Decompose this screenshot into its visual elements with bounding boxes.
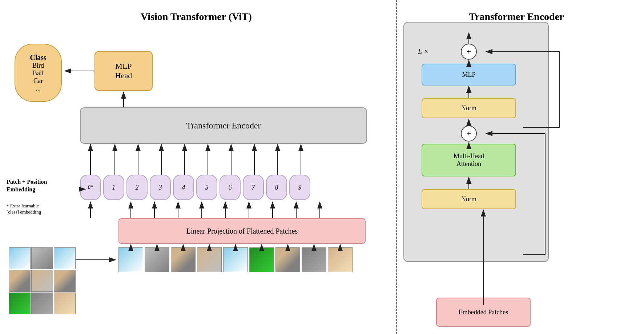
flat-patch-9: [328, 247, 353, 272]
class-item-dots: ...: [36, 85, 41, 92]
flat-patch-2: [145, 247, 169, 272]
patch-cell-2: [31, 247, 53, 269]
class-output-box: Class Bird Ball Car ...: [15, 44, 62, 102]
patch-pos-embedding-label: Patch + PositionEmbedding: [7, 178, 79, 194]
plus2-symbol: +: [467, 129, 471, 138]
class-item-ball: Ball: [33, 69, 44, 77]
linear-projection-box: Linear Projection of Flattened Patches: [118, 218, 366, 244]
flattened-patches-row: [118, 247, 353, 272]
patch-cell-7: [9, 293, 31, 314]
encoder-norm1-label: Norm: [461, 195, 476, 203]
embedded-patches-box: Embedded Patches: [436, 298, 531, 327]
flat-patch-7: [275, 247, 300, 272]
extra-learnable-label: * Extra learnable[class] embedding: [7, 203, 79, 215]
mlp-head-box: MLPHead: [94, 51, 153, 91]
encoder-mha-label: Multi-HeadAttention: [454, 152, 484, 168]
encoder-norm2-block: Norm: [422, 98, 516, 118]
encoder-mha-block: Multi-HeadAttention: [422, 144, 516, 176]
token-8: 8: [266, 175, 287, 200]
flat-patch-1: [118, 247, 143, 272]
token-9: 9: [289, 175, 310, 200]
token-5: 5: [196, 175, 217, 200]
vit-title: Vision Transformer (ViT): [7, 11, 385, 23]
plus1-symbol: +: [467, 47, 471, 56]
patch-cell-8: [31, 293, 53, 314]
token-1: 1: [103, 175, 124, 200]
patch-pos-text: Patch + PositionEmbedding: [7, 179, 47, 192]
patch-cell-4: [9, 270, 31, 292]
flat-patch-6: [249, 247, 274, 272]
encoder-mlp-block: MLP: [422, 64, 516, 86]
encoder-title: Transformer Encoder: [400, 11, 633, 23]
main-container: Vision Transformer (ViT) Class Bird Ball…: [0, 0, 644, 334]
encoder-plus-circle-1: +: [461, 44, 477, 60]
patch-cell-6: [54, 270, 76, 292]
token-0: 0*: [80, 175, 101, 200]
token-3: 3: [150, 175, 171, 200]
patch-cell-3: [54, 247, 76, 269]
token-4: 4: [173, 175, 194, 200]
right-panel: Transformer Encoder L × Norm Multi-HeadA…: [393, 0, 640, 334]
patch-cell-9: [54, 293, 76, 314]
patch-cell-1: [9, 247, 31, 269]
encoder-outer-box: L ×: [403, 22, 549, 262]
encoder-norm1-block: Norm: [422, 189, 516, 209]
encoder-l-label: L ×: [418, 47, 428, 56]
flat-patch-3: [171, 247, 196, 272]
token-7: 7: [243, 175, 264, 200]
embedded-patches-label: Embedded Patches: [459, 309, 508, 316]
encoder-mlp-label: MLP: [462, 71, 475, 79]
source-image-patches-grid: [9, 247, 76, 314]
encoder-plus-circle-2: +: [461, 126, 477, 142]
encoder-norm2-label: Norm: [461, 104, 476, 112]
left-panel: Vision Transformer (ViT) Class Bird Ball…: [0, 0, 393, 334]
transformer-encoder-main-label: Transformer Encoder: [186, 121, 261, 131]
class-item-bird: Bird: [32, 62, 44, 69]
patch-cell-5: [31, 270, 53, 292]
tokens-row: 0* 1 2 3 4 5 6 7 8 9: [80, 175, 310, 200]
token-2: 2: [126, 175, 148, 200]
flat-patch-5: [223, 247, 248, 272]
flat-patch-4: [197, 247, 222, 272]
flat-patch-8: [302, 247, 326, 272]
class-label: Class: [30, 53, 47, 62]
transformer-encoder-main-box: Transformer Encoder: [80, 107, 367, 144]
linear-proj-label: Linear Projection of Flattened Patches: [186, 227, 298, 235]
token-6: 6: [220, 175, 241, 200]
mlp-head-label: MLPHead: [115, 61, 132, 80]
class-item-car: Car: [33, 77, 43, 85]
